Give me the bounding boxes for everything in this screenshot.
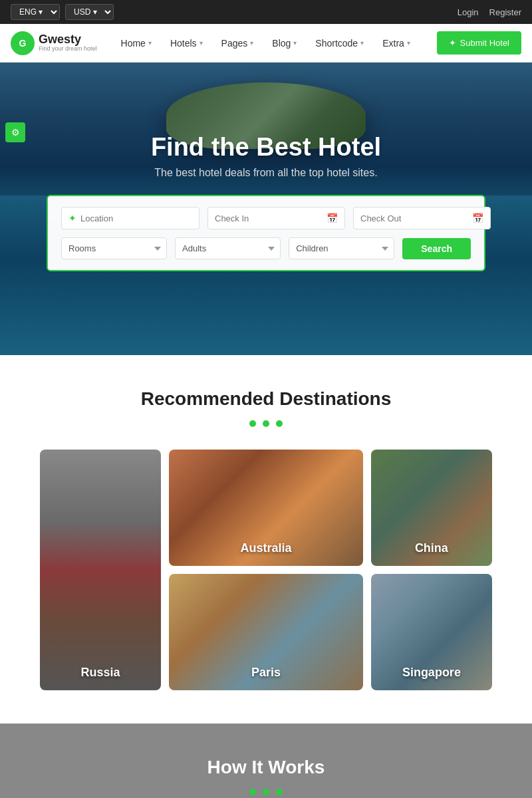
location-input[interactable]: [80, 213, 192, 223]
checkout-field[interactable]: 📅: [353, 207, 491, 229]
adults-select[interactable]: Adults: [175, 237, 281, 259]
login-link[interactable]: Login: [458, 7, 479, 17]
location-field[interactable]: ✦: [61, 207, 200, 229]
logo-letter: G: [19, 38, 27, 49]
nav-pages[interactable]: Pages ▾: [213, 33, 262, 54]
checkout-calendar-icon: 📅: [472, 213, 483, 223]
destinations-dots: [40, 418, 492, 430]
russia-image: [40, 450, 161, 690]
location-icon: ✦: [68, 213, 76, 223]
how-dot-3: [276, 789, 283, 795]
nav-extra[interactable]: Extra ▾: [374, 33, 418, 54]
gear-button[interactable]: ⚙: [5, 122, 25, 142]
hero-title: Find the Best Hotel: [47, 133, 485, 162]
dot-2: [263, 420, 269, 427]
rooms-select[interactable]: Rooms: [61, 237, 167, 259]
destinations-grid: Australia Russia China Paris Singapore: [40, 450, 492, 690]
logo-name: Gwesty: [39, 33, 97, 47]
submit-hotel-button[interactable]: ✦ Submit Hotel: [437, 31, 521, 55]
nav-items: Home ▾ Hotels ▾ Pages ▾ Blog ▾ Shortcode…: [113, 33, 437, 54]
nav-blog[interactable]: Blog ▾: [264, 33, 305, 54]
nav-hotels[interactable]: Hotels ▾: [162, 33, 211, 54]
singapore-label: Singapore: [371, 666, 492, 680]
logo-icon: G: [11, 31, 35, 55]
how-dots: [27, 786, 505, 798]
currency-select[interactable]: USD ▾: [65, 4, 114, 20]
checkin-calendar-icon: 📅: [327, 213, 338, 223]
destination-paris[interactable]: Paris: [169, 574, 363, 690]
checkin-input[interactable]: [215, 213, 327, 223]
hero-content: Find the Best Hotel The best hotel deals…: [47, 133, 485, 271]
logo[interactable]: G Gwesty Find your dream hotel: [11, 31, 97, 55]
plus-icon: ✦: [449, 38, 456, 48]
nav-right: ✦ Submit Hotel: [437, 31, 521, 55]
register-link[interactable]: Register: [489, 7, 521, 17]
hero-subtitle: The best hotel deals from all the top ho…: [47, 167, 485, 179]
logo-text: Gwesty Find your dream hotel: [39, 33, 97, 53]
how-section: How It Works 🔗 Book Now Lorem ipsum dolo…: [0, 724, 532, 798]
language-select[interactable]: ENG ▾: [11, 4, 60, 20]
logo-sub: Find your dream hotel: [39, 46, 97, 53]
top-bar: ENG ▾ USD ▾ Login Register: [0, 0, 532, 24]
destinations-title: Recommended Destinations: [40, 388, 492, 410]
dot-3: [276, 420, 283, 427]
search-row-2: Rooms Adults Children Search: [61, 237, 471, 259]
search-box: ✦ 📅 📅 Rooms Adults: [47, 195, 485, 271]
dot-1: [249, 420, 256, 427]
destinations-section: Recommended Destinations Australia Russi…: [0, 355, 532, 724]
destination-australia[interactable]: Australia: [169, 450, 363, 566]
checkin-field[interactable]: 📅: [207, 207, 345, 229]
nav-shortcode[interactable]: Shortcode ▾: [307, 33, 372, 54]
children-select[interactable]: Children: [289, 237, 394, 259]
russia-label: Russia: [40, 666, 161, 680]
how-dot-2: [263, 789, 269, 795]
how-title: How It Works: [27, 757, 505, 778]
navbar: G Gwesty Find your dream hotel Home ▾ Ho…: [0, 24, 532, 63]
paris-label: Paris: [169, 666, 363, 680]
destination-russia[interactable]: Russia: [40, 450, 161, 690]
nav-home[interactable]: Home ▾: [113, 33, 160, 54]
destination-singapore[interactable]: Singapore: [371, 574, 492, 690]
destination-china[interactable]: China: [371, 450, 492, 566]
checkout-input[interactable]: [360, 213, 472, 223]
top-bar-right: Login Register: [458, 7, 521, 17]
top-bar-left: ENG ▾ USD ▾: [11, 4, 114, 20]
china-label: China: [371, 541, 492, 555]
search-row-1: ✦ 📅 📅: [61, 207, 471, 229]
search-button[interactable]: Search: [402, 238, 471, 259]
how-dot-1: [249, 789, 256, 795]
australia-label: Australia: [169, 541, 363, 555]
hero-section: ⚙ Find the Best Hotel The best hotel dea…: [0, 63, 532, 355]
